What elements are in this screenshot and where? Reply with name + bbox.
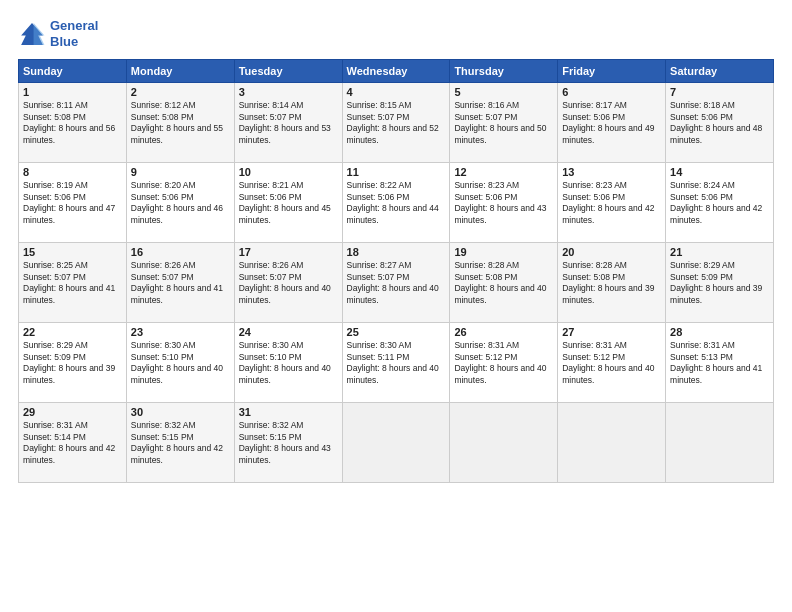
day-number: 15 bbox=[23, 246, 122, 258]
day-number: 16 bbox=[131, 246, 230, 258]
day-info: Sunrise: 8:16 AMSunset: 5:07 PMDaylight:… bbox=[454, 100, 553, 146]
day-number: 8 bbox=[23, 166, 122, 178]
calendar-cell: 27 Sunrise: 8:31 AMSunset: 5:12 PMDaylig… bbox=[558, 323, 666, 403]
calendar-cell: 9 Sunrise: 8:20 AMSunset: 5:06 PMDayligh… bbox=[126, 163, 234, 243]
calendar-table: SundayMondayTuesdayWednesdayThursdayFrid… bbox=[18, 59, 774, 483]
calendar-cell bbox=[342, 403, 450, 483]
day-number: 14 bbox=[670, 166, 769, 178]
calendar-cell bbox=[666, 403, 774, 483]
calendar-cell: 4 Sunrise: 8:15 AMSunset: 5:07 PMDayligh… bbox=[342, 83, 450, 163]
calendar-cell bbox=[450, 403, 558, 483]
day-number: 25 bbox=[347, 326, 446, 338]
logo-text: General Blue bbox=[50, 18, 98, 49]
day-info: Sunrise: 8:15 AMSunset: 5:07 PMDaylight:… bbox=[347, 100, 446, 146]
day-info: Sunrise: 8:20 AMSunset: 5:06 PMDaylight:… bbox=[131, 180, 230, 226]
day-number: 29 bbox=[23, 406, 122, 418]
day-info: Sunrise: 8:32 AMSunset: 5:15 PMDaylight:… bbox=[131, 420, 230, 466]
calendar-cell: 3 Sunrise: 8:14 AMSunset: 5:07 PMDayligh… bbox=[234, 83, 342, 163]
calendar-body: 1 Sunrise: 8:11 AMSunset: 5:08 PMDayligh… bbox=[19, 83, 774, 483]
calendar-cell: 26 Sunrise: 8:31 AMSunset: 5:12 PMDaylig… bbox=[450, 323, 558, 403]
day-number: 22 bbox=[23, 326, 122, 338]
day-number: 11 bbox=[347, 166, 446, 178]
day-info: Sunrise: 8:27 AMSunset: 5:07 PMDaylight:… bbox=[347, 260, 446, 306]
column-header-monday: Monday bbox=[126, 60, 234, 83]
day-number: 21 bbox=[670, 246, 769, 258]
day-number: 3 bbox=[239, 86, 338, 98]
day-info: Sunrise: 8:19 AMSunset: 5:06 PMDaylight:… bbox=[23, 180, 122, 226]
day-info: Sunrise: 8:31 AMSunset: 5:13 PMDaylight:… bbox=[670, 340, 769, 386]
calendar-header-row: SundayMondayTuesdayWednesdayThursdayFrid… bbox=[19, 60, 774, 83]
calendar-cell: 15 Sunrise: 8:25 AMSunset: 5:07 PMDaylig… bbox=[19, 243, 127, 323]
calendar-cell: 22 Sunrise: 8:29 AMSunset: 5:09 PMDaylig… bbox=[19, 323, 127, 403]
day-number: 20 bbox=[562, 246, 661, 258]
calendar-cell: 30 Sunrise: 8:32 AMSunset: 5:15 PMDaylig… bbox=[126, 403, 234, 483]
day-number: 9 bbox=[131, 166, 230, 178]
svg-marker-1 bbox=[34, 23, 45, 45]
column-header-saturday: Saturday bbox=[666, 60, 774, 83]
column-header-thursday: Thursday bbox=[450, 60, 558, 83]
day-number: 1 bbox=[23, 86, 122, 98]
calendar-cell: 31 Sunrise: 8:32 AMSunset: 5:15 PMDaylig… bbox=[234, 403, 342, 483]
calendar-cell: 17 Sunrise: 8:26 AMSunset: 5:07 PMDaylig… bbox=[234, 243, 342, 323]
calendar-week-row: 22 Sunrise: 8:29 AMSunset: 5:09 PMDaylig… bbox=[19, 323, 774, 403]
calendar-cell: 28 Sunrise: 8:31 AMSunset: 5:13 PMDaylig… bbox=[666, 323, 774, 403]
calendar-page: General Blue SundayMondayTuesdayWednesda… bbox=[0, 0, 792, 612]
day-info: Sunrise: 8:18 AMSunset: 5:06 PMDaylight:… bbox=[670, 100, 769, 146]
calendar-cell: 7 Sunrise: 8:18 AMSunset: 5:06 PMDayligh… bbox=[666, 83, 774, 163]
day-number: 26 bbox=[454, 326, 553, 338]
day-number: 2 bbox=[131, 86, 230, 98]
day-number: 24 bbox=[239, 326, 338, 338]
day-info: Sunrise: 8:23 AMSunset: 5:06 PMDaylight:… bbox=[562, 180, 661, 226]
day-info: Sunrise: 8:23 AMSunset: 5:06 PMDaylight:… bbox=[454, 180, 553, 226]
day-info: Sunrise: 8:31 AMSunset: 5:14 PMDaylight:… bbox=[23, 420, 122, 466]
day-info: Sunrise: 8:26 AMSunset: 5:07 PMDaylight:… bbox=[239, 260, 338, 306]
day-number: 10 bbox=[239, 166, 338, 178]
day-number: 31 bbox=[239, 406, 338, 418]
calendar-cell: 2 Sunrise: 8:12 AMSunset: 5:08 PMDayligh… bbox=[126, 83, 234, 163]
day-info: Sunrise: 8:24 AMSunset: 5:06 PMDaylight:… bbox=[670, 180, 769, 226]
day-number: 6 bbox=[562, 86, 661, 98]
day-info: Sunrise: 8:30 AMSunset: 5:10 PMDaylight:… bbox=[239, 340, 338, 386]
day-number: 23 bbox=[131, 326, 230, 338]
calendar-cell: 8 Sunrise: 8:19 AMSunset: 5:06 PMDayligh… bbox=[19, 163, 127, 243]
day-number: 18 bbox=[347, 246, 446, 258]
calendar-cell: 25 Sunrise: 8:30 AMSunset: 5:11 PMDaylig… bbox=[342, 323, 450, 403]
calendar-cell: 23 Sunrise: 8:30 AMSunset: 5:10 PMDaylig… bbox=[126, 323, 234, 403]
day-info: Sunrise: 8:29 AMSunset: 5:09 PMDaylight:… bbox=[23, 340, 122, 386]
day-number: 7 bbox=[670, 86, 769, 98]
day-info: Sunrise: 8:30 AMSunset: 5:11 PMDaylight:… bbox=[347, 340, 446, 386]
calendar-cell: 12 Sunrise: 8:23 AMSunset: 5:06 PMDaylig… bbox=[450, 163, 558, 243]
day-info: Sunrise: 8:25 AMSunset: 5:07 PMDaylight:… bbox=[23, 260, 122, 306]
calendar-cell bbox=[558, 403, 666, 483]
day-info: Sunrise: 8:28 AMSunset: 5:08 PMDaylight:… bbox=[562, 260, 661, 306]
day-number: 12 bbox=[454, 166, 553, 178]
calendar-cell: 20 Sunrise: 8:28 AMSunset: 5:08 PMDaylig… bbox=[558, 243, 666, 323]
calendar-cell: 1 Sunrise: 8:11 AMSunset: 5:08 PMDayligh… bbox=[19, 83, 127, 163]
calendar-cell: 24 Sunrise: 8:30 AMSunset: 5:10 PMDaylig… bbox=[234, 323, 342, 403]
day-info: Sunrise: 8:31 AMSunset: 5:12 PMDaylight:… bbox=[454, 340, 553, 386]
day-number: 30 bbox=[131, 406, 230, 418]
calendar-week-row: 15 Sunrise: 8:25 AMSunset: 5:07 PMDaylig… bbox=[19, 243, 774, 323]
calendar-cell: 10 Sunrise: 8:21 AMSunset: 5:06 PMDaylig… bbox=[234, 163, 342, 243]
column-header-sunday: Sunday bbox=[19, 60, 127, 83]
calendar-week-row: 1 Sunrise: 8:11 AMSunset: 5:08 PMDayligh… bbox=[19, 83, 774, 163]
day-number: 5 bbox=[454, 86, 553, 98]
day-number: 13 bbox=[562, 166, 661, 178]
calendar-cell: 19 Sunrise: 8:28 AMSunset: 5:08 PMDaylig… bbox=[450, 243, 558, 323]
column-header-friday: Friday bbox=[558, 60, 666, 83]
day-info: Sunrise: 8:12 AMSunset: 5:08 PMDaylight:… bbox=[131, 100, 230, 146]
calendar-cell: 13 Sunrise: 8:23 AMSunset: 5:06 PMDaylig… bbox=[558, 163, 666, 243]
day-number: 4 bbox=[347, 86, 446, 98]
day-info: Sunrise: 8:22 AMSunset: 5:06 PMDaylight:… bbox=[347, 180, 446, 226]
calendar-cell: 5 Sunrise: 8:16 AMSunset: 5:07 PMDayligh… bbox=[450, 83, 558, 163]
day-number: 27 bbox=[562, 326, 661, 338]
day-number: 19 bbox=[454, 246, 553, 258]
calendar-cell: 18 Sunrise: 8:27 AMSunset: 5:07 PMDaylig… bbox=[342, 243, 450, 323]
day-info: Sunrise: 8:11 AMSunset: 5:08 PMDaylight:… bbox=[23, 100, 122, 146]
day-info: Sunrise: 8:28 AMSunset: 5:08 PMDaylight:… bbox=[454, 260, 553, 306]
logo-icon bbox=[18, 20, 46, 48]
calendar-cell: 6 Sunrise: 8:17 AMSunset: 5:06 PMDayligh… bbox=[558, 83, 666, 163]
day-info: Sunrise: 8:31 AMSunset: 5:12 PMDaylight:… bbox=[562, 340, 661, 386]
day-info: Sunrise: 8:14 AMSunset: 5:07 PMDaylight:… bbox=[239, 100, 338, 146]
calendar-cell: 29 Sunrise: 8:31 AMSunset: 5:14 PMDaylig… bbox=[19, 403, 127, 483]
